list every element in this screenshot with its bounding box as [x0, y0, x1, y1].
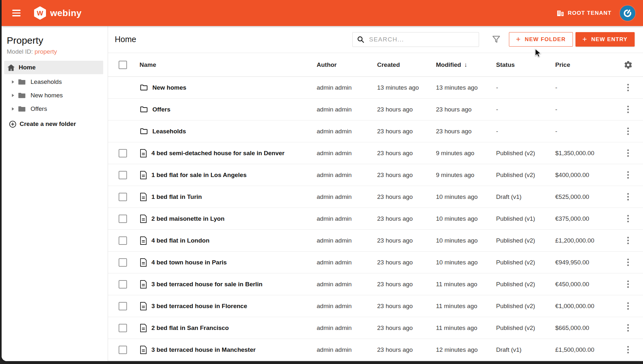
table-row[interactable]: New homes admin admin 13 minutes ago 13 … — [108, 77, 643, 99]
row-author: admin admin — [317, 106, 377, 113]
filter-icon[interactable] — [491, 34, 501, 44]
row-status: - — [496, 128, 555, 135]
column-header-created[interactable]: Created — [377, 61, 436, 68]
sidebar-folder-offers[interactable]: Offers — [2, 102, 108, 116]
row-menu-button[interactable] — [625, 213, 631, 224]
row-price: $665,000.00 — [555, 324, 613, 332]
webiny-logo[interactable]: W webiny — [34, 6, 82, 20]
table-row[interactable]: 4 bed flat in London admin admin 23 hour… — [108, 230, 643, 252]
row-menu-button[interactable] — [625, 279, 631, 290]
row-checkbox[interactable] — [119, 258, 127, 267]
folder-icon — [18, 91, 26, 100]
plus-icon: + — [516, 35, 521, 43]
row-checkbox[interactable] — [119, 193, 127, 201]
row-menu-button[interactable] — [625, 322, 631, 333]
column-header-modified[interactable]: Modified↓ — [436, 61, 496, 68]
hamburger-menu-icon[interactable] — [12, 10, 21, 16]
sidebar-folder-label: New homes — [31, 92, 63, 99]
row-name-label[interactable]: 2 bed maisonette in Lyon — [151, 215, 224, 222]
row-checkbox[interactable] — [119, 149, 127, 157]
document-icon — [140, 171, 147, 179]
row-status: - — [496, 106, 555, 113]
row-price: €375,000.00 — [555, 215, 613, 222]
table-settings-button[interactable] — [613, 60, 643, 69]
caret-right-icon[interactable] — [11, 107, 15, 111]
row-name-label[interactable]: 3 bed terraced house in Florence — [151, 303, 247, 310]
column-header-name[interactable]: Name — [140, 61, 317, 68]
row-checkbox[interactable] — [119, 171, 127, 179]
row-name-label[interactable]: 2 bed flat in San Francisco — [151, 324, 229, 332]
row-name-label[interactable]: Offers — [152, 106, 170, 113]
tenant-selector[interactable]: ROOT TENANT — [557, 9, 611, 17]
table-row[interactable]: Leaseholds admin admin 23 hours ago 23 h… — [108, 120, 643, 142]
search-input[interactable] — [369, 36, 475, 43]
sidebar-folder-label: Offers — [31, 105, 47, 112]
row-name-label[interactable]: 1 bed flat in Turin — [151, 193, 202, 200]
new-folder-button[interactable]: + NEW FOLDER — [509, 32, 573, 47]
row-checkbox[interactable] — [119, 280, 127, 289]
table-row[interactable]: 2 bed flat in San Francisco admin admin … — [108, 317, 643, 339]
row-menu-button[interactable] — [625, 126, 631, 137]
sort-desc-icon: ↓ — [464, 61, 467, 68]
table-row[interactable]: 4 bed semi-detached house for sale in De… — [108, 142, 643, 164]
row-checkbox[interactable] — [119, 346, 127, 354]
row-name-label[interactable]: 1 bed flat for sale in Los Angeles — [151, 172, 247, 179]
row-name-label[interactable]: 3 bed terraced house in Manchester — [151, 346, 256, 353]
row-menu-button[interactable] — [625, 344, 631, 355]
row-menu-button[interactable] — [625, 147, 631, 159]
table-row[interactable]: 3 bed terraced house in Florence admin a… — [108, 295, 643, 317]
table-header-row: Name Author Created Modified↓ Status Pri… — [108, 53, 643, 77]
row-checkbox[interactable] — [119, 215, 127, 223]
caret-right-icon[interactable] — [11, 93, 15, 98]
table-row[interactable]: 2 bed maisonette in Lyon admin admin 23 … — [108, 208, 643, 230]
new-entry-button[interactable]: + NEW ENTRY — [575, 32, 635, 47]
user-avatar[interactable] — [620, 5, 635, 21]
row-name-label[interactable]: 3 bed terraced house for sale in Berlin — [151, 281, 262, 288]
caret-right-icon[interactable] — [11, 80, 15, 84]
row-checkbox[interactable] — [119, 324, 127, 332]
table-row[interactable]: 1 bed flat in Turin admin admin 23 hours… — [108, 186, 643, 208]
row-checkbox[interactable] — [119, 236, 127, 245]
select-all-checkbox[interactable] — [119, 61, 127, 69]
sidebar-folder-leaseholds[interactable]: Leaseholds — [2, 75, 108, 89]
row-menu-button[interactable] — [625, 235, 631, 246]
row-status: - — [496, 84, 555, 91]
table-row[interactable]: 1 bed flat for sale in Los Angeles admin… — [108, 164, 643, 186]
sidebar: Property Model ID: property Home — [2, 26, 108, 361]
row-created: 23 hours ago — [377, 346, 436, 353]
table-row[interactable]: 3 bed terraced house in Manchester admin… — [108, 339, 643, 361]
row-modified: 23 hours ago — [436, 128, 496, 135]
table-row[interactable]: 3 bed terraced house for sale in Berlin … — [108, 273, 643, 295]
create-folder-button[interactable]: Create a new folder — [2, 117, 108, 131]
row-author: admin admin — [317, 324, 377, 332]
row-menu-button[interactable] — [625, 169, 631, 181]
sidebar-item-home[interactable]: Home — [4, 61, 103, 74]
row-menu-button[interactable] — [625, 191, 631, 202]
document-icon — [140, 236, 147, 245]
row-name-label[interactable]: Leaseholds — [152, 128, 186, 135]
row-price: €525,000.00 — [555, 193, 613, 200]
sidebar-folder-new-homes[interactable]: New homes — [2, 89, 108, 102]
row-created: 23 hours ago — [377, 215, 436, 222]
row-checkbox[interactable] — [119, 302, 127, 310]
row-author: admin admin — [317, 346, 377, 353]
row-created: 23 hours ago — [377, 150, 436, 157]
row-name-label[interactable]: 4 bed town house in Paris — [151, 259, 227, 266]
row-menu-button[interactable] — [625, 300, 631, 312]
table-row[interactable]: 4 bed town house in Paris admin admin 23… — [108, 252, 643, 273]
row-menu-button[interactable] — [625, 257, 631, 268]
document-icon — [140, 215, 147, 223]
create-folder-label: Create a new folder — [20, 120, 76, 128]
row-status: Published (v2) — [496, 259, 555, 266]
column-header-status[interactable]: Status — [496, 61, 555, 68]
row-name-label[interactable]: 4 bed semi-detached house for sale in De… — [151, 150, 285, 157]
row-name-label[interactable]: New homes — [152, 84, 186, 91]
row-name-label[interactable]: 4 bed flat in London — [151, 237, 209, 244]
column-header-author[interactable]: Author — [317, 61, 377, 68]
row-menu-button[interactable] — [625, 82, 631, 93]
model-id-value[interactable]: property — [35, 48, 57, 55]
column-header-price[interactable]: Price — [555, 61, 613, 68]
table-row[interactable]: Offers admin admin 23 hours ago 23 hours… — [108, 99, 643, 120]
document-icon — [140, 280, 147, 289]
row-menu-button[interactable] — [625, 104, 631, 115]
